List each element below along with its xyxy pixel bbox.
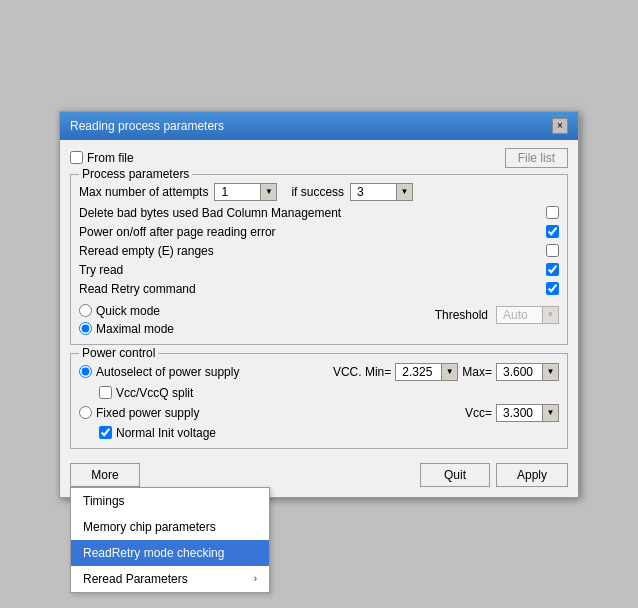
if-success-select[interactable]: 3 ▼ [350, 183, 413, 201]
dialog: Reading process parameters × From file F… [59, 111, 579, 498]
process-params-label: Process parameters [79, 167, 192, 181]
vcc-select[interactable]: 3.300 ▼ [496, 404, 559, 422]
apply-button[interactable]: Apply [496, 463, 568, 487]
vccq-label: Vcc/VccQ split [116, 386, 193, 400]
from-file-checkbox[interactable] [70, 151, 83, 164]
checkbox-label-4: Read Retry command [79, 282, 546, 296]
vcc-label: Vcc= [465, 406, 492, 420]
menu-item-reread-label: Reread Parameters [83, 572, 188, 586]
maximal-mode-radio[interactable] [79, 322, 92, 335]
checkbox-row-4: Read Retry command [79, 282, 559, 296]
more-btn-wrapper: More Timings Memory chip parameters Read… [70, 463, 140, 487]
menu-item-reread[interactable]: Reread Parameters › [71, 566, 269, 592]
vcc-max-label: Max= [462, 365, 492, 379]
max-attempts-value: 1 [215, 184, 260, 200]
vcc-min-arrow[interactable]: ▼ [441, 364, 457, 380]
fixed-supply-row: Fixed power supply Vcc= 3.300 ▼ [79, 404, 559, 422]
max-attempts-select[interactable]: 1 ▼ [214, 183, 277, 201]
quick-mode-row: Quick mode [79, 304, 435, 318]
close-button[interactable]: × [552, 118, 568, 134]
vccq-row: Vcc/VccQ split [99, 386, 559, 400]
quick-mode-label: Quick mode [96, 304, 160, 318]
threshold-arrow[interactable]: ▼ [542, 307, 558, 323]
menu-item-readretry-label: ReadRetry mode checking [83, 546, 224, 560]
checkbox-label-2: Reread empty (E) ranges [79, 244, 546, 258]
autoselect-row: Autoselect of power supply VCC. Min= 2.3… [79, 363, 559, 381]
quit-button[interactable]: Quit [420, 463, 490, 487]
threshold-label: Threshold [435, 308, 488, 322]
checkbox-row-3: Try read [79, 263, 559, 277]
vcc-min-label: VCC. Min= [333, 365, 391, 379]
reread-arrow-icon: › [254, 573, 257, 584]
checkbox-4[interactable] [546, 282, 559, 295]
vcc-min-select[interactable]: 2.325 ▼ [395, 363, 458, 381]
menu-item-timings[interactable]: Timings [71, 488, 269, 514]
title-bar: Reading process parameters × [60, 112, 578, 140]
threshold-area: Threshold Auto ▼ [435, 306, 559, 324]
vcc-max-select[interactable]: 3.600 ▼ [496, 363, 559, 381]
more-button[interactable]: More [70, 463, 140, 487]
quick-mode-radio[interactable] [79, 304, 92, 317]
normal-init-checkbox[interactable] [99, 426, 112, 439]
max-attempts-arrow[interactable]: ▼ [260, 184, 276, 200]
menu-item-readretry[interactable]: ReadRetry mode checking [71, 540, 269, 566]
checkbox-row-2: Reread empty (E) ranges [79, 244, 559, 258]
file-list-button[interactable]: File list [505, 148, 568, 168]
radio-col: Quick mode Maximal mode [79, 300, 435, 336]
checkbox-2[interactable] [546, 244, 559, 257]
right-buttons: Quit Apply [420, 463, 568, 487]
dropdown-menu: Timings Memory chip parameters ReadRetry… [70, 487, 270, 593]
from-file-label: From file [87, 151, 134, 165]
autoselect-radio[interactable] [79, 365, 92, 378]
dialog-body: From file File list Process parameters M… [60, 140, 578, 497]
maximal-mode-row: Maximal mode [79, 322, 435, 336]
vccq-checkbox[interactable] [99, 386, 112, 399]
checkbox-label-0: Delete bad bytes used Bad Column Managem… [79, 206, 546, 220]
attempts-row: Max number of attempts 1 ▼ if success 3 … [79, 183, 559, 201]
max-attempts-label: Max number of attempts [79, 185, 208, 199]
menu-item-timings-label: Timings [83, 494, 125, 508]
checkbox-1[interactable] [546, 225, 559, 238]
checkbox-label-1: Power on/off after page reading error [79, 225, 546, 239]
process-params-group: Process parameters Max number of attempt… [70, 174, 568, 345]
checkbox-row-1: Power on/off after page reading error [79, 225, 559, 239]
vcc-max-arrow[interactable]: ▼ [542, 364, 558, 380]
maximal-mode-label: Maximal mode [96, 322, 174, 336]
menu-item-memory-chip-label: Memory chip parameters [83, 520, 216, 534]
vcc-max-value: 3.600 [497, 364, 542, 380]
checkbox-label-3: Try read [79, 263, 546, 277]
dialog-title: Reading process parameters [70, 119, 224, 133]
fixed-supply-label: Fixed power supply [96, 406, 465, 420]
threshold-select[interactable]: Auto ▼ [496, 306, 559, 324]
checkbox-3[interactable] [546, 263, 559, 276]
if-success-value: 3 [351, 184, 396, 200]
from-file-row: From file File list [70, 148, 568, 168]
fixed-supply-radio[interactable] [79, 406, 92, 419]
autoselect-label: Autoselect of power supply [96, 365, 333, 379]
vcc-arrow[interactable]: ▼ [542, 405, 558, 421]
normal-init-label: Normal Init voltage [116, 426, 216, 440]
normal-init-row: Normal Init voltage [99, 426, 559, 440]
menu-item-memory-chip[interactable]: Memory chip parameters [71, 514, 269, 540]
vcc-value: 3.300 [497, 405, 542, 421]
power-control-group: Power control Autoselect of power supply… [70, 353, 568, 449]
if-success-label: if success [291, 185, 344, 199]
checkbox-row-0: Delete bad bytes used Bad Column Managem… [79, 206, 559, 220]
checkbox-0[interactable] [546, 206, 559, 219]
vcc-min-value: 2.325 [396, 364, 441, 380]
if-success-arrow[interactable]: ▼ [396, 184, 412, 200]
power-control-label: Power control [79, 346, 158, 360]
threshold-value: Auto [497, 307, 542, 323]
bottom-buttons: More Timings Memory chip parameters Read… [70, 457, 568, 487]
from-file-left: From file [70, 151, 134, 165]
